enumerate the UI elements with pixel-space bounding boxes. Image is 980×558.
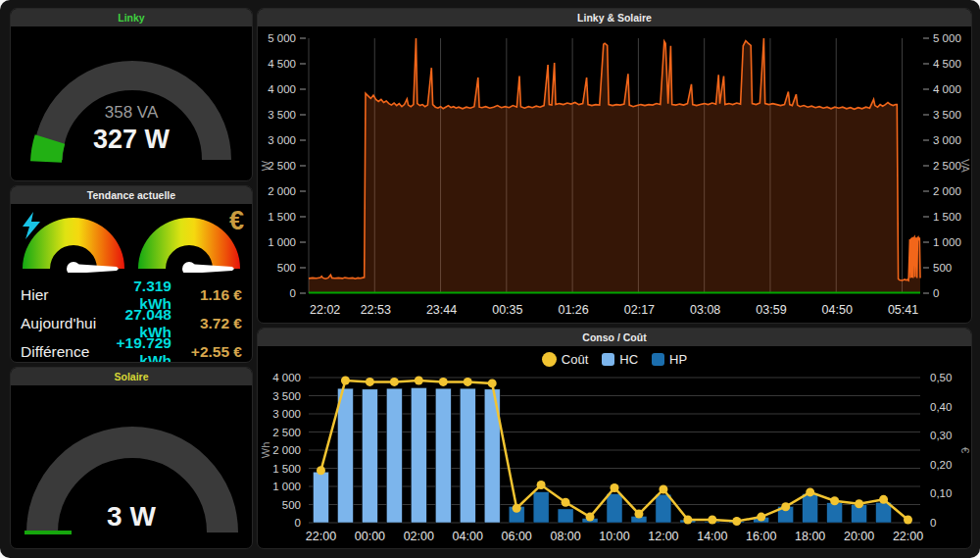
chart1-title: Linky & Solaire <box>258 9 971 26</box>
row-eur-value: 3.72 € <box>172 315 242 332</box>
x-tick-label: 04:50 <box>822 303 853 317</box>
cost-point-04:00 <box>464 378 472 386</box>
bar-07:00-hp <box>533 492 549 523</box>
cost-point-13:00 <box>683 516 692 525</box>
y-tick-label-right: 5 000 <box>933 32 961 44</box>
y-tick-label-left: 4 500 <box>268 58 296 70</box>
x-tick-label: 22:53 <box>361 303 391 317</box>
cost-point-06:00 <box>513 504 521 513</box>
x-tick-label: 08:00 <box>550 530 580 543</box>
y-tick-label-left: 3 500 <box>272 390 301 402</box>
solaire-w-value: 3 W <box>11 501 252 533</box>
legend-label: HC <box>619 352 638 367</box>
row-label: Différence <box>21 343 115 361</box>
x-tick-label: 16:00 <box>746 530 776 543</box>
cost-point-10:00 <box>611 483 619 492</box>
y-tick-label-right: 0,40 <box>930 401 952 413</box>
y-tick-label-left: 3 000 <box>272 408 301 420</box>
y-tick-label-right: 3 500 <box>933 109 961 121</box>
legend-item-cout[interactable]: Coût <box>542 352 588 367</box>
legend-label: Coût <box>562 352 588 367</box>
chart2-legend: Coût HC HP <box>258 346 971 372</box>
conso-cout-chart[interactable]: 05001 0001 5002 0002 5003 0003 5004 0000… <box>258 372 971 548</box>
euro-icon: € <box>229 208 244 234</box>
cost-point-20:00 <box>855 499 863 508</box>
bar-01:00-hc <box>386 388 402 523</box>
y-tick-label-right: 3 000 <box>933 134 961 146</box>
y-tick-label-right: 1 000 <box>933 236 961 248</box>
x-tick-label: 03:08 <box>690 303 720 317</box>
tendance-gauges: € <box>11 204 252 275</box>
row-label: Hier <box>21 286 115 304</box>
cost-point-12:00 <box>659 484 667 493</box>
bar-19:00-hp <box>827 503 843 523</box>
solaire-gauge: 3 W <box>11 385 252 548</box>
legend-item-hp[interactable]: HP <box>652 352 687 367</box>
cost-point-15:00 <box>732 517 741 526</box>
y-tick-label-right: 0,30 <box>930 430 952 441</box>
y-tick-label-left: 5 000 <box>268 32 296 44</box>
energy-dashboard: Linky 358 VA 327 W Tendance actuelle <box>0 0 980 558</box>
lightning-icon <box>21 212 42 239</box>
y-tick-label-left: 1 000 <box>268 236 296 248</box>
cost-point-23:00 <box>341 376 350 384</box>
bar-04:00-hc <box>460 388 475 523</box>
y-tick-label-left: 4 000 <box>272 372 301 383</box>
cost-point-22:00 <box>904 516 912 525</box>
y-tick-label-left: 0 <box>290 287 296 299</box>
bar-03:00-hc <box>435 388 451 523</box>
chart2-title: Conso / Coût <box>258 329 971 346</box>
row-eur-value: 1.16 € <box>172 286 242 304</box>
panel-chart-linky-solaire: Linky & Solaire 22:0222:5323:4400:3501:2… <box>257 8 972 324</box>
y-tick-label-right: 0,10 <box>930 487 952 499</box>
cost-point-01:00 <box>390 378 399 386</box>
y-tick-label-left: 1 500 <box>268 211 296 223</box>
y-tick-label-right: 0 <box>930 517 936 529</box>
x-tick-label: 18:00 <box>795 530 825 543</box>
panel-chart-conso-cout: Conso / Coût Coût HC HP 05001 0001 5002 … <box>257 328 972 549</box>
y-tick-label-right: 0 <box>933 287 939 299</box>
y-tick-label-right: 2 000 <box>933 185 961 197</box>
linky-va-value: 358 VA <box>11 103 252 123</box>
cost-point-11:00 <box>634 510 643 519</box>
row-kwh-value: +19.729 kWh <box>115 334 172 364</box>
y-tick-label-right: 1 500 <box>933 211 961 223</box>
axis-title-wh: Wh <box>260 442 271 459</box>
x-tick-label: 12:00 <box>648 530 678 543</box>
x-tick-label: 22:00 <box>306 530 336 543</box>
row-label: Aujourd'hui <box>21 315 115 332</box>
legend-label: HP <box>669 352 687 367</box>
x-tick-label: 02:17 <box>624 303 655 317</box>
x-tick-label: 22:02 <box>310 303 340 317</box>
row-eur-value: +2.55 € <box>172 343 242 361</box>
bar-22:00-hc <box>313 472 328 523</box>
bar-02:00-hc <box>411 387 426 523</box>
bar-18:00-hp <box>803 493 818 523</box>
hc-swatch <box>602 353 614 366</box>
panel-linky: Linky 358 VA 327 W <box>10 8 253 181</box>
legend-item-hc[interactable]: HC <box>602 352 638 367</box>
y-tick-label-right: 500 <box>933 262 952 274</box>
bar-10:00-hp <box>607 493 622 523</box>
axis-title-eur: € <box>959 447 971 453</box>
x-tick-label: 02:00 <box>404 530 434 543</box>
x-tick-label: 23:44 <box>426 303 457 317</box>
y-tick-label-right: 0,20 <box>930 459 952 471</box>
cost-point-16:00 <box>757 513 765 522</box>
y-tick-label-left: 2 500 <box>272 427 301 438</box>
y-tick-label-right: 0,50 <box>930 372 952 383</box>
cost-point-00:00 <box>366 378 374 386</box>
x-tick-label: 14:00 <box>697 530 727 543</box>
linky-gauge: 358 VA 327 W <box>11 26 252 180</box>
y-tick-label-left: 3 500 <box>268 109 296 121</box>
y-tick-label-left: 2 000 <box>268 185 296 197</box>
y-tick-label-right: 4 000 <box>933 83 961 95</box>
x-tick-label: 22:00 <box>893 530 923 543</box>
tendance-row-difference: Différence +19.729 kWh +2.55 € <box>21 337 242 363</box>
hp-swatch <box>652 353 664 366</box>
y-tick-label-right: 4 500 <box>933 58 961 70</box>
cost-point-22:00 <box>317 466 325 475</box>
panel-tendance-title: Tendance actuelle <box>11 186 252 204</box>
linky-solaire-chart[interactable]: 22:0222:5323:4400:3501:2602:1703:0803:59… <box>258 26 971 323</box>
gauge-hub <box>67 262 80 273</box>
